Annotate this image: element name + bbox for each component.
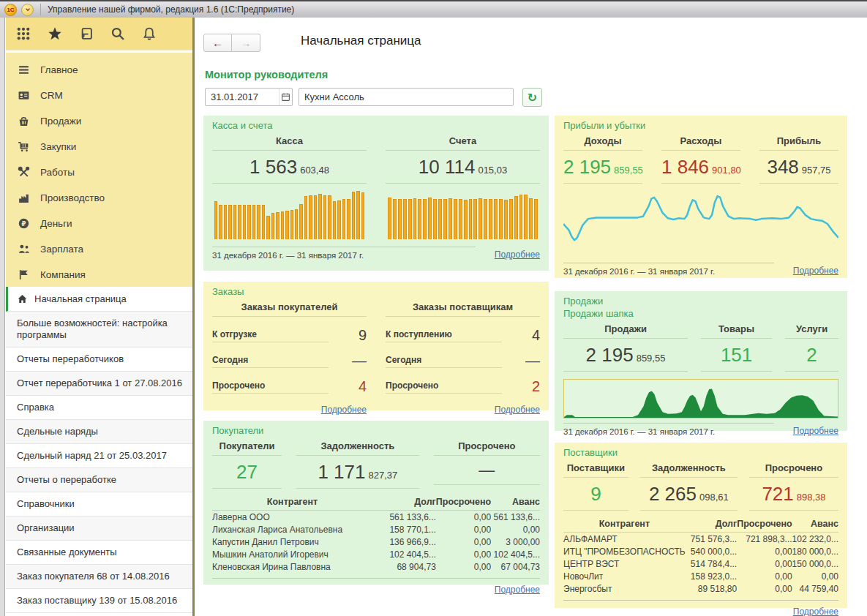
search-icon[interactable] <box>110 26 125 41</box>
forward-button[interactable]: → <box>232 34 260 52</box>
sidebar-item-label: Производство <box>40 192 105 203</box>
suppliers-panel: Поставщики Поставщики 9 Задолженность 2 … <box>555 443 847 608</box>
details-link[interactable]: Подробнее <box>793 606 838 616</box>
table-row[interactable]: Лаверна ООО561 133,6...0,00561 133,6... <box>212 511 540 524</box>
value-int: 10 114 <box>419 156 476 178</box>
calendar-button[interactable] <box>279 89 292 105</box>
customers-panel: Покупатели Покупатели 27 Задолженность 1… <box>203 421 549 585</box>
nav-item[interactable]: Справка <box>6 396 192 420</box>
col-header-advance: Аванс <box>792 515 838 533</box>
details-link[interactable]: Подробнее <box>495 585 540 595</box>
sidebar-item-label: Продажи <box>40 116 81 127</box>
table-row[interactable]: Мышкин Анатолий Игоревич102 404,5...0,00… <box>212 548 540 560</box>
order-row: К поступлению 4 <box>386 328 540 342</box>
suppliers-panel-title: Поставщики <box>563 447 838 458</box>
suppliers-table: Контрагент Долг Просрочено Аванс АЛЬФАМА… <box>563 515 838 595</box>
value-int: 2 265 <box>649 483 697 505</box>
company-field[interactable] <box>299 88 514 106</box>
customer-orders-group: Заказы покупателей К отгрузке 9 Сегодня … <box>212 298 367 416</box>
nav-item[interactable]: Связанные документы <box>6 541 192 565</box>
menu-lines-icon <box>18 64 30 76</box>
nav-item[interactable]: Отчет переработчика 1 от 27.08.2016 <box>6 372 192 396</box>
sidebar-item-glavnoe[interactable]: Главное <box>6 57 192 83</box>
col-header-overdue: Просрочено <box>737 515 792 533</box>
table-row[interactable]: ИТЦ "ПРОМБЕЗОПАСНОСТЬ540 000,0...0,00180… <box>563 545 838 557</box>
sales-panel-subtitle: Продажи шапка <box>563 308 838 319</box>
date-field[interactable] <box>205 88 293 106</box>
sidebar-item-label: CRM <box>40 90 63 101</box>
customers-count: 27 <box>212 456 282 489</box>
table-header-row: Контрагент Долг Просрочено Аванс <box>563 515 838 533</box>
nav-item[interactable]: Справочники <box>6 492 192 517</box>
title-bar: 1С Управление нашей фирмой, редакция 1.6… <box>0 0 867 18</box>
back-button[interactable]: ← <box>203 34 232 52</box>
column-header: Услуги <box>785 320 838 339</box>
table-row[interactable]: Кленовская Ирина Павловна68 904,730,0067… <box>212 560 540 573</box>
group-header: Заказы покупателей <box>212 298 367 317</box>
nav-item[interactable]: Сдельные наряды <box>6 420 192 444</box>
sales-panel-title: Продажи <box>563 296 838 307</box>
sidebar-item-dengi[interactable]: ₽ Деньги <box>6 211 192 236</box>
apps-grid-icon[interactable] <box>16 26 31 41</box>
sidebar-item-kompaniya[interactable]: Компания <box>6 262 192 288</box>
order-label: К поступлению <box>386 329 502 342</box>
suppliers-count-column: Поставщики 9 <box>563 459 628 511</box>
nav-item[interactable]: Сдельный наряд 21 от 25.03.2017 <box>6 444 192 468</box>
nav-item[interactable]: Отчеты о переработке <box>6 468 192 492</box>
table-header-row: Контрагент Долг Просрочено Аванс <box>212 493 540 511</box>
window-title: Управление нашей фирмой, редакция 1.6 (1… <box>48 4 294 15</box>
details-link[interactable]: Подробнее <box>321 405 367 415</box>
order-label: Сегодня <box>386 355 502 368</box>
sidebar-item-prodazhi[interactable]: Продажи <box>6 108 192 134</box>
basket-icon <box>18 115 30 127</box>
sidebar-item-zarplata[interactable]: Зарплата <box>6 236 192 262</box>
factory-icon <box>18 192 30 204</box>
monitor-controls: ↻ <box>205 88 542 107</box>
details-link[interactable]: Подробнее <box>793 266 838 276</box>
sidebar-item-raboty[interactable]: Работы <box>6 159 192 185</box>
cash-value: 1 563603,48 <box>212 151 367 184</box>
goods-value: 151 <box>701 339 772 372</box>
table-row[interactable]: Энергосбыт89 518,800,0044 759,40 <box>563 582 838 595</box>
table-row[interactable]: АЛЬФАМАРТ751 576,3...721 898,3...102 232… <box>563 533 838 546</box>
nav-item[interactable]: Больше возможностей: настройка программы <box>6 312 192 348</box>
customers-panel-title: Покупатели <box>212 425 540 436</box>
system-menu-button[interactable] <box>21 4 34 16</box>
value-dec: 901,80 <box>712 165 741 176</box>
order-row: Просрочено 4 <box>212 379 367 394</box>
sidebar-item-proizvodstvo[interactable]: Производство <box>6 185 192 211</box>
details-link[interactable]: Подробнее <box>793 426 838 436</box>
table-row[interactable]: Лиханская Лариса Анатольевна158 770,1...… <box>212 523 540 536</box>
nav-item[interactable]: Заказ покупателя 68 от 14.08.2016 <box>6 565 192 589</box>
table-row[interactable]: НовочЛит158 923,0...0,000,00 <box>563 570 838 582</box>
notifications-bell-icon[interactable] <box>142 26 157 41</box>
customers-table: Контрагент Долг Просрочено Аванс Лаверна… <box>212 493 540 573</box>
goods-column: Товары 151 <box>701 320 772 372</box>
order-value: 4 <box>329 379 367 394</box>
sidebar-item-zakupki[interactable]: Закупки <box>6 134 192 159</box>
table-row[interactable]: Капустин Данил Петрович136 966,9...0,003… <box>212 536 540 548</box>
nav-item-home[interactable]: Начальная страница <box>6 287 192 312</box>
nav-item[interactable]: Заказ поставщику 139 от 15.08.2016 <box>6 589 192 613</box>
sidebar-item-crm[interactable]: CRM <box>6 83 192 108</box>
value-dec: 827,37 <box>369 470 398 481</box>
value-int: 27 <box>236 461 258 483</box>
accounts-bar-chart <box>386 191 540 239</box>
details-link[interactable]: Подробнее <box>495 405 540 415</box>
details-link[interactable]: Подробнее <box>495 249 540 260</box>
refresh-button[interactable]: ↻ <box>522 88 542 107</box>
orders-panel-title: Заказы <box>212 286 540 297</box>
order-value: 2 <box>502 379 540 394</box>
nav-item[interactable]: Отчеты переработчиков <box>6 348 192 372</box>
company-input[interactable] <box>299 91 513 102</box>
date-input[interactable] <box>206 91 279 102</box>
history-icon[interactable] <box>79 26 94 41</box>
column-header: Расходы <box>661 132 740 151</box>
order-label: Просрочено <box>386 380 502 394</box>
column-header: Касса <box>212 132 367 151</box>
accounts-value: 10 114015,03 <box>386 151 540 184</box>
favorites-star-icon[interactable] <box>48 26 62 41</box>
table-row[interactable]: ЦЕНТР ВЭСТ514 784,4...0,00150 000,0... <box>563 557 838 570</box>
nav-item[interactable]: Организации <box>6 517 192 541</box>
debt-column: Задолженность 1 171827,37 <box>296 437 419 489</box>
